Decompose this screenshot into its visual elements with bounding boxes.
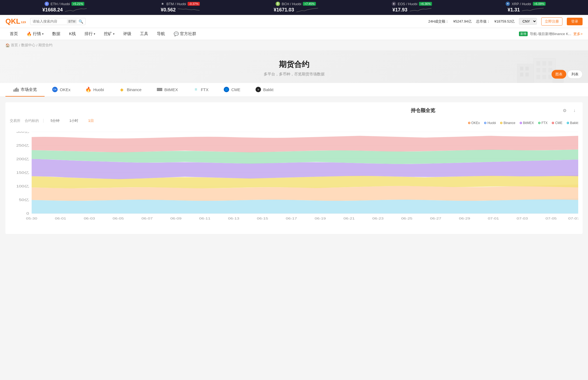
nav-label-community: 官方社群 bbox=[180, 31, 196, 36]
nav-item-kline[interactable]: K线 bbox=[65, 28, 80, 40]
nav-item-community[interactable]: 💬 官方社群 bbox=[169, 28, 201, 40]
nav-label-kline: K线 bbox=[69, 31, 76, 36]
btm-coin-icon: B bbox=[160, 2, 165, 6]
login-button[interactable]: 登录 bbox=[567, 18, 583, 25]
breadcrumb: 🏠 首页 / 数据中心 / 期货合约 bbox=[0, 40, 588, 50]
ticker-item-bch[interactable]: ₿ BCH / Huobi +7.45% ¥1671.03 bbox=[274, 2, 318, 13]
svg-rect-6 bbox=[536, 61, 540, 66]
svg-rect-13 bbox=[542, 75, 546, 79]
search-box[interactable]: BTM 🔍 bbox=[30, 18, 86, 25]
register-button[interactable]: 立即注册 bbox=[541, 17, 562, 26]
logo[interactable]: QKL₁₂₃ bbox=[5, 17, 26, 26]
ticker-item-btm[interactable]: B BTM / Huobi -0.37% ¥0.562 bbox=[160, 2, 200, 13]
svg-text:07-03: 07-03 bbox=[517, 217, 528, 220]
search-input[interactable] bbox=[33, 19, 65, 23]
legend-huobi: Huobi bbox=[484, 121, 496, 125]
list-view-button[interactable]: 列表 bbox=[567, 70, 583, 79]
hero-title: 期货合约 bbox=[279, 59, 309, 70]
stats-value2: ¥18759.52亿 bbox=[494, 19, 515, 24]
ticker-sparkline-xrp bbox=[522, 7, 544, 13]
nav-label-rank: 排行 bbox=[85, 31, 93, 36]
ticker-name-eth: ETH / Huobi bbox=[51, 2, 70, 6]
currency-select[interactable]: CNYUSD bbox=[519, 18, 537, 25]
breadcrumb-sep1: / bbox=[19, 43, 20, 47]
legend-dot-binance bbox=[500, 122, 502, 124]
tab-market[interactable]: 市场全览 bbox=[5, 83, 45, 97]
legend-dot-bakkt bbox=[567, 122, 569, 124]
tab-cme[interactable]: 🌐 CME bbox=[216, 83, 248, 97]
nav-item-nav[interactable]: 导航 bbox=[153, 28, 169, 40]
svg-text:0: 0 bbox=[26, 212, 29, 215]
svg-text:250亿: 250亿 bbox=[16, 143, 29, 147]
legend-cme: CME bbox=[552, 121, 562, 125]
svg-text:06-29: 06-29 bbox=[459, 217, 470, 220]
svg-rect-12 bbox=[536, 75, 540, 79]
nav-item-tools[interactable]: 工具 bbox=[136, 28, 153, 40]
nav-item-data[interactable]: 数据 bbox=[48, 28, 65, 40]
chart-title: 持仓额全览 bbox=[285, 107, 561, 114]
nav-label-mining: 挖矿 bbox=[104, 31, 112, 36]
nav-item-mining[interactable]: 挖矿 ▾ bbox=[99, 28, 119, 40]
svg-text:06-09: 06-09 bbox=[170, 217, 182, 220]
svg-text:07-07: 07-07 bbox=[568, 217, 578, 220]
bch-coin-icon: ₿ bbox=[276, 2, 280, 6]
tab-cme-label: CME bbox=[231, 87, 240, 92]
chart-legend: OKEx Huobi Binance BitMEX FTX bbox=[468, 121, 578, 125]
search-icon[interactable]: 🔍 bbox=[79, 19, 83, 24]
filter-icon[interactable]: ⚙ bbox=[561, 107, 568, 114]
download-icon[interactable]: ↓ bbox=[571, 107, 578, 114]
ticker-bar: Ξ ETH / Huobi +5.21% ¥1668.24 B BTM / Hu… bbox=[0, 0, 588, 15]
tab-bitmex[interactable]: BitMEX bbox=[149, 83, 186, 97]
time-1h[interactable]: 1小时 bbox=[67, 118, 81, 124]
nav-label-market: 行情 bbox=[33, 31, 41, 36]
nav-item-rank[interactable]: 排行 ▾ bbox=[80, 28, 99, 40]
ticker-change-bch: +7.45% bbox=[303, 2, 316, 6]
tab-bakkt[interactable]: B Bakkt bbox=[248, 83, 281, 97]
nav-more[interactable]: 更多> bbox=[573, 32, 583, 36]
legend-dot-huobi bbox=[484, 122, 486, 124]
chart-view-button[interactable]: 图表 bbox=[552, 70, 566, 79]
svg-rect-3 bbox=[520, 73, 523, 76]
svg-text:06-03: 06-03 bbox=[84, 217, 95, 220]
nav-announcement[interactable]: 导航-项目新增Binance K... bbox=[530, 32, 571, 36]
time-1d[interactable]: 1日 bbox=[85, 118, 96, 124]
svg-text:150亿: 150亿 bbox=[16, 171, 29, 174]
ticker-item-eos[interactable]: E EOS / Huobi +6.36% ¥17.93 bbox=[392, 2, 432, 13]
time-5min[interactable]: 5分钟 bbox=[48, 118, 62, 124]
svg-text:06-17: 06-17 bbox=[286, 217, 297, 220]
eth-coin-icon: Ξ bbox=[45, 2, 49, 6]
ticker-name-bch: BCH / Huobi bbox=[282, 2, 301, 6]
nav-item-market[interactable]: 🔥 行情 ▾ bbox=[22, 28, 48, 40]
nav-badge-new: 新增 bbox=[519, 32, 528, 36]
svg-text:07-01: 07-01 bbox=[488, 217, 499, 220]
svg-text:05-30: 05-30 bbox=[26, 217, 38, 220]
tab-ftx[interactable]: ≡ FTX bbox=[186, 83, 216, 97]
breadcrumb-datacenter[interactable]: 数据中心 bbox=[21, 43, 35, 48]
chart-header: 持仓额全览 ⚙ ↓ bbox=[10, 107, 578, 114]
ticker-name-eos: EOS / Huobi bbox=[398, 2, 417, 6]
tab-binance[interactable]: ◆ Binance bbox=[111, 83, 149, 97]
legend-label-huobi: Huobi bbox=[487, 121, 496, 125]
tab-huobi[interactable]: 🔥 Huobi bbox=[78, 83, 111, 97]
bakkt-icon: B bbox=[256, 87, 261, 92]
legend-label-okex: OKEx bbox=[471, 121, 480, 125]
ticker-name-btm: BTM / Huobi bbox=[166, 2, 186, 6]
hero-section: 期货合约 多平台，多币种，尽览期货市场数据 图表 列表 bbox=[0, 50, 588, 83]
nav-item-home[interactable]: 首页 bbox=[5, 28, 22, 40]
nav: 首页 🔥 行情 ▾ 数据 K线 排行 ▾ 挖矿 ▾ 评级 工具 导航 💬 官方社… bbox=[0, 28, 588, 40]
nav-label-data: 数据 bbox=[52, 31, 60, 36]
nav-right: 新增 导航-项目新增Binance K... 更多> bbox=[519, 32, 583, 36]
tab-okex[interactable]: OK OKEx bbox=[45, 83, 78, 97]
legend-label-bitmex: BitMEX bbox=[523, 121, 534, 125]
breadcrumb-home[interactable]: 首页 bbox=[11, 43, 18, 48]
nav-item-rating[interactable]: 评级 bbox=[119, 28, 136, 40]
exchange-tabs: 市场全览 OK OKEx 🔥 Huobi ◆ Binance BitMEX ≡ … bbox=[0, 83, 588, 97]
ticker-price-xrp: ¥1.31 bbox=[508, 7, 520, 13]
ticker-item-xrp[interactable]: ✕ XRP / Huobi +6.09% ¥1.31 bbox=[506, 2, 546, 13]
ticker-name-xrp: XRP / Huobi bbox=[512, 2, 531, 6]
svg-rect-2 bbox=[525, 67, 529, 70]
ticker-item-eth[interactable]: Ξ ETH / Huobi +5.21% ¥1668.24 bbox=[42, 2, 87, 13]
search-tag[interactable]: BTM bbox=[67, 19, 77, 24]
svg-text:100亿: 100亿 bbox=[16, 184, 29, 188]
main-content: 持仓额全览 ⚙ ↓ 交易所 合约标的 5分钟 1小时 1日 OKEx bbox=[0, 97, 588, 239]
